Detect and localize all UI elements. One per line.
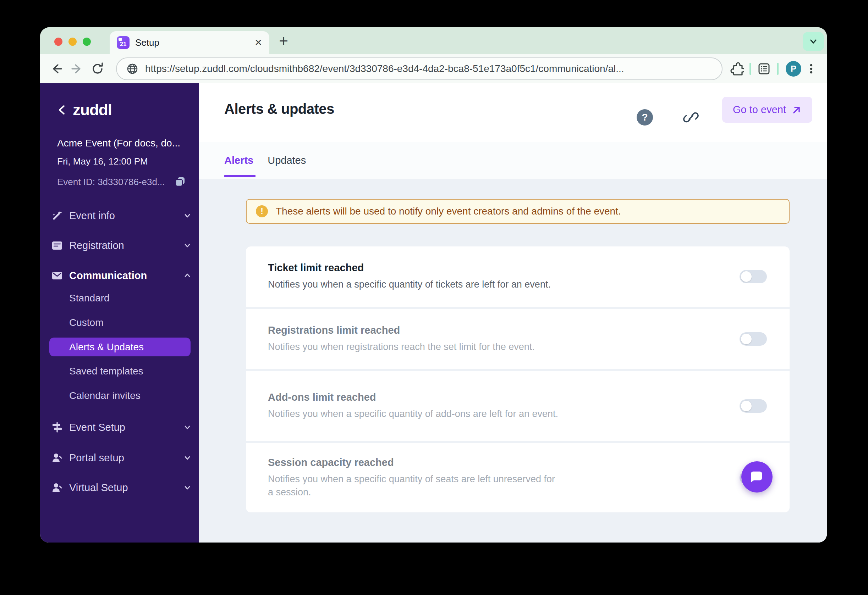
refresh-button[interactable] [90, 61, 105, 77]
browser-toolbar: https://setup.zuddl.com/cloudsmithb682/e… [40, 54, 827, 83]
sidebar-item-custom[interactable]: Custom [40, 315, 199, 330]
page-title: Alerts & updates [224, 101, 334, 117]
tab-overview-button[interactable] [803, 32, 824, 51]
list-panel-icon [757, 61, 772, 76]
alert-row-registrations-limit: Registrations limit reached Notifies you… [246, 309, 790, 369]
person-icon [50, 451, 64, 464]
sidebar-item-label: Event Setup [69, 421, 125, 433]
envelope-icon [50, 269, 64, 282]
sidebar-item-label: Portal setup [69, 452, 124, 464]
tab-bar: Alerts Updates [199, 142, 827, 179]
alert-description: Notifies you when registrations reach th… [268, 340, 535, 353]
chevron-down-icon [183, 454, 192, 462]
fullscreen-window-button[interactable] [83, 38, 91, 46]
toggle-registrations-limit[interactable] [740, 332, 767, 346]
alert-texts: Add-ons limit reached Notifies you when … [268, 392, 558, 420]
person-icon [50, 481, 64, 494]
sidebar: zuddl Acme Event (For docs, do... Fri, M… [40, 83, 199, 542]
event-date: Fri, May 16, 12:00 PM [57, 156, 216, 167]
sidebar-item-label: Event info [69, 210, 115, 222]
sidebar-item-event-setup[interactable]: Event Setup [40, 419, 199, 436]
chat-bubble-icon [750, 470, 765, 485]
alert-row-session-capacity: Session capacity reached Notifies you wh… [246, 443, 790, 513]
alert-description: Notifies you when a specific quantity of… [268, 473, 562, 499]
main-panel: Alerts & updates ? Go to event [199, 83, 827, 542]
browser-tab-setup[interactable]: 21 Setup ✕ [110, 31, 269, 54]
alert-title: Registrations limit reached [268, 324, 535, 336]
copy-link-button[interactable] [682, 109, 700, 126]
toggle-knob [741, 334, 751, 344]
close-window-button[interactable] [54, 38, 62, 46]
tab-favicon-icon: 21 [117, 36, 130, 49]
app-area: zuddl Acme Event (For docs, do... Fri, M… [40, 83, 827, 542]
go-to-event-button[interactable]: Go to event [722, 97, 812, 123]
back-chevron-icon[interactable] [57, 104, 66, 116]
alerts-list: Ticket limit reached Notifies you when a… [246, 246, 790, 513]
toolbar-separator [750, 63, 751, 75]
toolbar-separator [777, 63, 779, 75]
sidebar-item-alerts-updates[interactable]: Alerts & Updates [49, 337, 190, 356]
alert-title: Session capacity reached [268, 457, 562, 468]
zuddl-logo[interactable]: zuddl [73, 101, 112, 119]
chevron-down-icon [808, 36, 819, 47]
toggle-knob [741, 271, 751, 282]
sidebar-item-label: Communication [69, 270, 147, 281]
new-tab-button[interactable]: + [275, 32, 292, 49]
tab-updates[interactable]: Updates [267, 155, 306, 166]
back-button[interactable] [49, 61, 64, 77]
alert-texts: Ticket limit reached Notifies you when a… [268, 262, 551, 291]
sidebar-item-calendar-invites[interactable]: Calendar invites [40, 388, 199, 403]
globe-icon [126, 62, 139, 75]
minimize-window-button[interactable] [68, 38, 77, 46]
active-tab-indicator [224, 175, 255, 177]
signpost-icon [50, 421, 64, 434]
alert-texts: Registrations limit reached Notifies you… [268, 324, 535, 353]
alert-row-addons-limit: Add-ons limit reached Notifies you when … [246, 371, 790, 441]
warning-icon: ! [256, 205, 268, 217]
forward-arrow-icon [70, 62, 84, 76]
sidebar-item-event-info[interactable]: Event info [40, 208, 199, 224]
copy-icon[interactable] [174, 175, 187, 189]
sidebar-item-saved-templates[interactable]: Saved templates [40, 364, 199, 379]
toggle-ticket-limit[interactable] [740, 270, 767, 283]
page-header: Alerts & updates ? Go to event [199, 83, 827, 142]
alert-row-ticket-limit: Ticket limit reached Notifies you when a… [246, 246, 790, 307]
toggle-addons-limit[interactable] [740, 399, 767, 413]
sidebar-item-virtual-setup[interactable]: Virtual Setup [40, 479, 199, 496]
chevron-down-icon [183, 241, 192, 250]
sidebar-item-standard[interactable]: Standard [40, 291, 199, 306]
event-id-row: Event ID: 3d330786-e3d... [40, 175, 199, 188]
help-button[interactable]: ? [637, 109, 653, 125]
reading-list-button[interactable] [756, 61, 772, 77]
address-bar[interactable]: https://setup.zuddl.com/cloudsmithb682/e… [116, 57, 722, 80]
alerts-content: ! These alerts will be used to notify on… [199, 179, 827, 542]
sidebar-item-registration[interactable]: Registration [40, 237, 199, 253]
alert-description: Notifies you when a specific quantity of… [268, 407, 558, 420]
sidebar-item-portal-setup[interactable]: Portal setup [40, 450, 199, 466]
event-name: Acme Event (For docs, do... [57, 137, 216, 149]
browser-menu-button[interactable] [803, 61, 819, 77]
sidebar-item-communication[interactable]: Communication [40, 267, 199, 284]
registration-card-icon [50, 239, 64, 252]
tab-close-icon[interactable]: ✕ [254, 37, 262, 48]
window-controls [54, 38, 91, 46]
url-text: https://setup.zuddl.com/cloudsmithb682/e… [145, 63, 624, 74]
forward-button[interactable] [69, 61, 85, 77]
banner-text: These alerts will be used to notify only… [276, 206, 621, 217]
profile-avatar[interactable]: P [786, 61, 801, 77]
sidebar-item-label: Virtual Setup [69, 482, 128, 493]
alert-description: Notifies you when a specific quantity of… [268, 278, 551, 291]
chat-widget-button[interactable] [741, 461, 772, 492]
link-icon [683, 109, 699, 125]
tab-alerts[interactable]: Alerts [224, 155, 253, 166]
extensions-button[interactable] [729, 61, 744, 77]
info-banner: ! These alerts will be used to notify on… [246, 199, 790, 224]
alert-texts: Session capacity reached Notifies you wh… [268, 457, 562, 499]
sidebar-item-label: Registration [69, 240, 124, 252]
wand-icon [50, 209, 64, 222]
tab-title: Setup [135, 37, 254, 48]
toggle-knob [741, 401, 751, 411]
browser-window: 21 Setup ✕ + [40, 27, 827, 542]
arrow-up-right-icon [792, 105, 802, 115]
tab-strip: 21 Setup ✕ + [40, 27, 827, 54]
